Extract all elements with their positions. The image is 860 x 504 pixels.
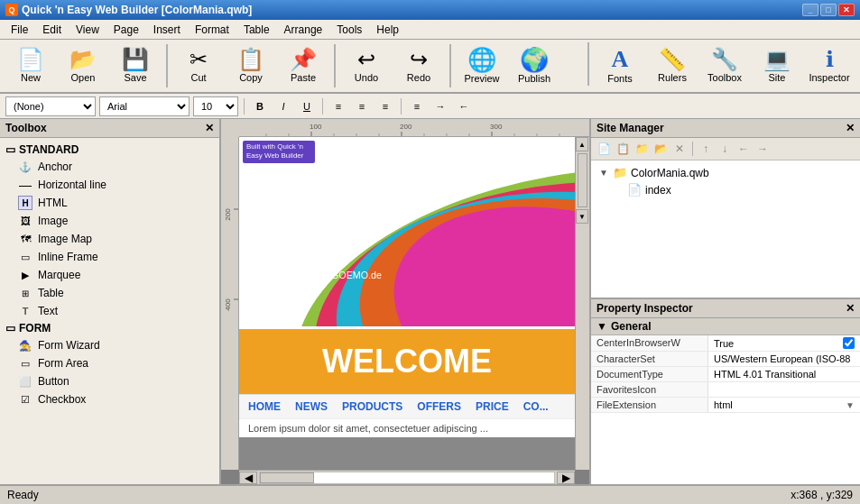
toolbox-close-button[interactable]: ✕ — [205, 122, 214, 134]
paste-button[interactable]: 📌 Paste — [278, 42, 328, 89]
indent-button[interactable]: → — [430, 97, 450, 115]
site-manager-close[interactable]: ✕ — [846, 122, 855, 134]
nav-home[interactable]: HOME — [248, 400, 281, 413]
property-inspector-close[interactable]: ✕ — [846, 302, 855, 315]
sm-delete-btn[interactable]: ✕ — [670, 140, 689, 158]
menu-tools[interactable]: Tools — [329, 22, 369, 38]
category-form[interactable]: ▭ FORM — [0, 320, 219, 336]
canvas-content[interactable]: Built with Quick 'n Easy Web Builder Des… — [239, 137, 575, 470]
scrollbar-vertical[interactable]: ▲ ▼ — [575, 137, 589, 470]
image-label: Image — [38, 215, 68, 227]
minimize-button[interactable]: _ — [802, 4, 818, 16]
sm-up-btn[interactable]: ↑ — [697, 140, 715, 158]
align-right-button[interactable]: ≡ — [375, 97, 395, 115]
menu-format[interactable]: Format — [188, 22, 236, 38]
sm-folder-btn[interactable]: 📁 — [633, 140, 651, 158]
prop-value-0[interactable]: True — [708, 335, 860, 351]
menu-help[interactable]: Help — [369, 22, 406, 38]
table-label: Table — [38, 287, 64, 299]
scrollbar-track-v[interactable] — [578, 153, 587, 207]
nav-offers[interactable]: OFFERS — [417, 400, 461, 413]
toolbox-item-image[interactable]: 🖼 Image — [0, 212, 219, 230]
svg-text:200: 200 — [400, 123, 412, 131]
tree-index[interactable]: 📄 index — [595, 181, 856, 198]
sm-page-btn[interactable]: 📄 — [595, 140, 613, 158]
status-bar: Ready x:368 , y:329 — [0, 484, 860, 504]
sm-file-btn[interactable]: 📂 — [652, 140, 670, 158]
toolbox-item-text[interactable]: T Text — [0, 302, 219, 320]
toolbox-item-checkbox[interactable]: ☑ Checkbox — [0, 390, 219, 408]
undo-button[interactable]: ↩ Undo — [341, 42, 392, 89]
toolbox-item-formwizard[interactable]: 🧙 Form Wizard — [0, 336, 219, 354]
nav-more[interactable]: CO... — [523, 400, 549, 413]
prop-name-1: CharacterSet — [591, 352, 708, 366]
toolbox-item-button[interactable]: ⬜ Button — [0, 372, 219, 390]
italic-button[interactable]: I — [273, 97, 293, 115]
fonts-button[interactable]: A Fonts — [595, 42, 645, 89]
tree-root-label: ColorMania.qwb — [631, 167, 709, 179]
outdent-button[interactable]: ← — [454, 97, 474, 115]
site-button[interactable]: 💻 Site — [752, 42, 802, 89]
inspector-button[interactable]: ℹ Inspector — [804, 42, 855, 89]
cut-button[interactable]: ✂ Cut — [173, 42, 224, 89]
scrollbar-track-h[interactable] — [259, 472, 555, 484]
format-sep-1 — [244, 98, 245, 115]
rulers-button[interactable]: 📏 Rulers — [647, 42, 698, 89]
underline-button[interactable]: U — [297, 97, 317, 115]
toolbox-item-anchor[interactable]: ⚓ Anchor — [0, 158, 219, 176]
toolbox-item-iframe[interactable]: ▭ Inline Frame — [0, 248, 219, 266]
status-text: Ready — [7, 489, 39, 501]
preview-button[interactable]: 🌐 Preview — [457, 42, 507, 89]
toolbox-button[interactable]: 🔧 Toolbox — [699, 42, 750, 89]
menu-insert[interactable]: Insert — [146, 22, 188, 38]
prop-value-4[interactable]: html ▼ — [708, 398, 860, 412]
sm-down-btn[interactable]: ↓ — [716, 140, 734, 158]
list-button[interactable]: ≡ — [407, 97, 427, 115]
new-button[interactable]: 📄 New — [5, 42, 56, 89]
scroll-up-button[interactable]: ▲ — [576, 137, 588, 151]
nav-price[interactable]: PRICE — [476, 400, 509, 413]
scrollbar-horizontal[interactable]: ◀ ▶ — [239, 470, 575, 484]
align-left-button[interactable]: ≡ — [328, 97, 348, 115]
open-button[interactable]: 📂 Open — [58, 42, 108, 89]
prop-value-3[interactable] — [708, 382, 860, 397]
save-button[interactable]: 💾 Save — [110, 42, 161, 89]
scroll-right-button[interactable]: ▶ — [557, 472, 575, 484]
scrollbar-thumb-h[interactable] — [260, 472, 314, 483]
nav-news[interactable]: NEWS — [295, 400, 328, 413]
align-center-button[interactable]: ≡ — [352, 97, 372, 115]
size-select[interactable]: 10 — [193, 96, 238, 116]
nav-products[interactable]: PRODUCTS — [342, 400, 402, 413]
scroll-left-button[interactable]: ◀ — [239, 472, 257, 484]
button-icon: ⬜ — [18, 374, 32, 389]
menu-page[interactable]: Page — [106, 22, 146, 38]
maximize-button[interactable]: □ — [820, 4, 837, 16]
formwizard-icon: 🧙 — [18, 338, 32, 353]
scrollbar-thumb-v[interactable] — [578, 153, 587, 207]
style-select[interactable]: (None) — [5, 96, 96, 116]
toolbox-item-table[interactable]: ⊞ Table — [0, 284, 219, 302]
toolbox-item-marquee[interactable]: ▶ Marquee — [0, 266, 219, 284]
menu-view[interactable]: View — [69, 22, 106, 38]
close-button[interactable]: ✕ — [838, 4, 855, 16]
toolbox-item-imagemap[interactable]: 🗺 Image Map — [0, 230, 219, 248]
toolbox-item-hline[interactable]: — Horizontal line — [0, 176, 219, 194]
scroll-down-button[interactable]: ▼ — [576, 209, 588, 224]
menu-arrange[interactable]: Arrange — [277, 22, 330, 38]
publish-button[interactable]: 🌍 Publish — [509, 42, 559, 89]
menu-table[interactable]: Table — [236, 22, 277, 38]
sm-left-btn[interactable]: ← — [735, 140, 753, 158]
menu-file[interactable]: File — [4, 22, 35, 38]
sm-right-btn[interactable]: → — [754, 140, 772, 158]
toolbox-item-formarea[interactable]: ▭ Form Area — [0, 354, 219, 372]
redo-button[interactable]: ↪ Redo — [393, 42, 444, 89]
bold-button[interactable]: B — [250, 97, 270, 115]
toolbox-item-html[interactable]: H HTML — [0, 194, 219, 212]
font-select[interactable]: Arial — [99, 96, 190, 116]
category-standard[interactable]: ▭ STANDARD — [0, 142, 219, 158]
copy-button[interactable]: 📋 Copy — [226, 42, 276, 89]
sm-new-btn[interactable]: 📋 — [614, 140, 632, 158]
canvas-area[interactable]: 100 200 300 — [221, 119, 589, 484]
tree-root[interactable]: ▼ 📁 ColorMania.qwb — [595, 164, 856, 181]
menu-edit[interactable]: Edit — [35, 22, 69, 38]
